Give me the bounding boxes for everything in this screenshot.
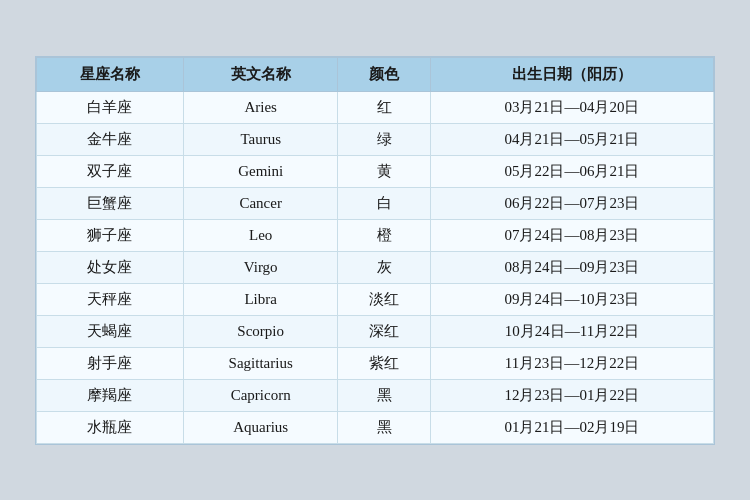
cell-english: Virgo <box>183 251 338 283</box>
table-body: 白羊座Aries红03月21日—04月20日金牛座Taurus绿04月21日—0… <box>37 91 714 443</box>
cell-dates: 10月24日—11月22日 <box>430 315 713 347</box>
zodiac-table: 星座名称 英文名称 颜色 出生日期（阳历） 白羊座Aries红03月21日—04… <box>36 57 714 444</box>
cell-color: 绿 <box>338 123 431 155</box>
cell-color: 白 <box>338 187 431 219</box>
table-row: 摩羯座Capricorn黑12月23日—01月22日 <box>37 379 714 411</box>
cell-english: Aquarius <box>183 411 338 443</box>
cell-chinese: 白羊座 <box>37 91 184 123</box>
cell-english: Sagittarius <box>183 347 338 379</box>
cell-english: Libra <box>183 283 338 315</box>
table-row: 双子座Gemini黄05月22日—06月21日 <box>37 155 714 187</box>
cell-english: Capricorn <box>183 379 338 411</box>
cell-dates: 07月24日—08月23日 <box>430 219 713 251</box>
cell-dates: 12月23日—01月22日 <box>430 379 713 411</box>
cell-dates: 11月23日—12月22日 <box>430 347 713 379</box>
zodiac-table-wrapper: 星座名称 英文名称 颜色 出生日期（阳历） 白羊座Aries红03月21日—04… <box>35 56 715 445</box>
cell-color: 深红 <box>338 315 431 347</box>
cell-chinese: 巨蟹座 <box>37 187 184 219</box>
cell-english: Leo <box>183 219 338 251</box>
cell-chinese: 射手座 <box>37 347 184 379</box>
cell-dates: 08月24日—09月23日 <box>430 251 713 283</box>
col-header-english: 英文名称 <box>183 57 338 91</box>
table-header-row: 星座名称 英文名称 颜色 出生日期（阳历） <box>37 57 714 91</box>
col-header-chinese: 星座名称 <box>37 57 184 91</box>
cell-chinese: 摩羯座 <box>37 379 184 411</box>
cell-chinese: 双子座 <box>37 155 184 187</box>
cell-chinese: 金牛座 <box>37 123 184 155</box>
table-row: 射手座Sagittarius紫红11月23日—12月22日 <box>37 347 714 379</box>
cell-chinese: 处女座 <box>37 251 184 283</box>
cell-color: 黄 <box>338 155 431 187</box>
cell-color: 灰 <box>338 251 431 283</box>
table-row: 天蝎座Scorpio深红10月24日—11月22日 <box>37 315 714 347</box>
col-header-dates: 出生日期（阳历） <box>430 57 713 91</box>
cell-english: Taurus <box>183 123 338 155</box>
cell-chinese: 天蝎座 <box>37 315 184 347</box>
cell-color: 红 <box>338 91 431 123</box>
col-header-color: 颜色 <box>338 57 431 91</box>
cell-english: Cancer <box>183 187 338 219</box>
cell-chinese: 狮子座 <box>37 219 184 251</box>
cell-dates: 05月22日—06月21日 <box>430 155 713 187</box>
cell-dates: 09月24日—10月23日 <box>430 283 713 315</box>
cell-chinese: 水瓶座 <box>37 411 184 443</box>
cell-color: 橙 <box>338 219 431 251</box>
cell-dates: 04月21日—05月21日 <box>430 123 713 155</box>
cell-color: 黑 <box>338 379 431 411</box>
table-row: 处女座Virgo灰08月24日—09月23日 <box>37 251 714 283</box>
cell-color: 黑 <box>338 411 431 443</box>
cell-english: Gemini <box>183 155 338 187</box>
table-row: 天秤座Libra淡红09月24日—10月23日 <box>37 283 714 315</box>
cell-color: 淡红 <box>338 283 431 315</box>
table-row: 巨蟹座Cancer白06月22日—07月23日 <box>37 187 714 219</box>
table-row: 狮子座Leo橙07月24日—08月23日 <box>37 219 714 251</box>
cell-english: Scorpio <box>183 315 338 347</box>
cell-dates: 01月21日—02月19日 <box>430 411 713 443</box>
cell-chinese: 天秤座 <box>37 283 184 315</box>
table-row: 白羊座Aries红03月21日—04月20日 <box>37 91 714 123</box>
cell-dates: 03月21日—04月20日 <box>430 91 713 123</box>
cell-color: 紫红 <box>338 347 431 379</box>
table-row: 水瓶座Aquarius黑01月21日—02月19日 <box>37 411 714 443</box>
cell-dates: 06月22日—07月23日 <box>430 187 713 219</box>
cell-english: Aries <box>183 91 338 123</box>
table-row: 金牛座Taurus绿04月21日—05月21日 <box>37 123 714 155</box>
